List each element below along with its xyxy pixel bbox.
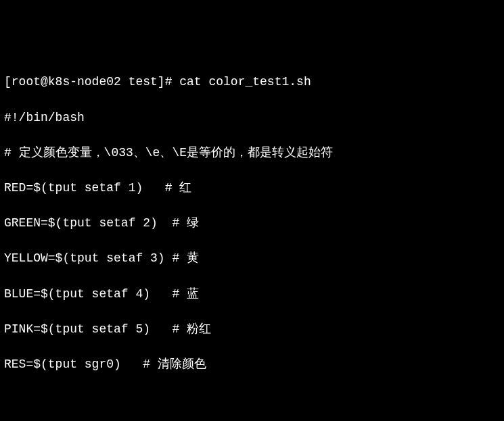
command-text: cat color_test1.sh (179, 75, 311, 89)
script-line-green: GREEN=$(tput setaf 2) # 绿 (4, 214, 500, 232)
script-line-blue: BLUE=$(tput setaf 4) # 蓝 (4, 285, 500, 303)
script-line-red: RED=$(tput setaf 1) # 红 (4, 179, 500, 197)
script-line-pink: PINK=$(tput setaf 5) # 粉红 (4, 320, 500, 338)
terminal-line[interactable]: [root@k8s-node02 test]# cat color_test1.… (4, 73, 500, 91)
shell-prompt: [root@k8s-node02 test]# (4, 75, 179, 89)
script-line-yellow: YELLOW=$(tput setaf 3) # 黄 (4, 249, 500, 267)
script-comment: # 定义颜色变量，\033、\e、\E是等价的，都是转义起始符 (4, 144, 500, 162)
script-shebang: #!/bin/bash (4, 109, 500, 126)
script-line-res: RES=$(tput sgr0) # 清除颜色 (4, 355, 500, 373)
